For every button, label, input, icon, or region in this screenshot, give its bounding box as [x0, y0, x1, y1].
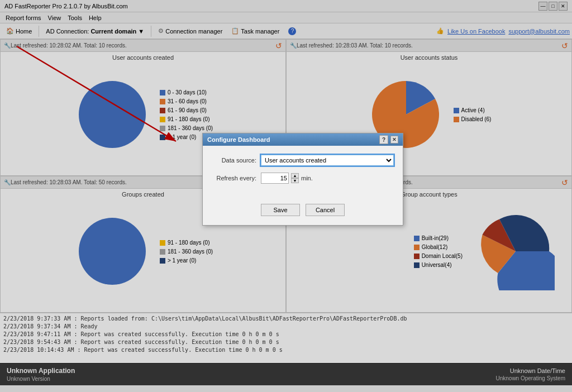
- modal-refresh-row: Refresh every: ▲ ▼ min.: [212, 173, 394, 184]
- modal-datasource-select[interactable]: User accounts created User accounts stat…: [261, 155, 394, 166]
- modal-spinner-down[interactable]: ▼: [291, 178, 299, 183]
- modal-refresh-label: Refresh every:: [212, 175, 256, 181]
- modal-close-btn[interactable]: ✕: [390, 136, 398, 144]
- modal-refresh-unit: min.: [301, 175, 313, 181]
- modal-title: Configure Dashboard: [207, 136, 270, 143]
- modal-datasource-row: Data source: User accounts created User …: [212, 155, 394, 166]
- modal-title-bar: Configure Dashboard ? ✕: [203, 133, 403, 146]
- modal-spinner: ▲ ▼: [291, 173, 299, 183]
- configure-dashboard-modal: Configure Dashboard ? ✕ Data source: Use…: [202, 133, 403, 226]
- modal-refresh-input[interactable]: [261, 173, 289, 184]
- modal-overlay: Configure Dashboard ? ✕ Data source: Use…: [0, 0, 572, 392]
- modal-body: Data source: User accounts created User …: [203, 146, 403, 199]
- modal-footer: Save Cancel: [203, 199, 403, 225]
- modal-save-button[interactable]: Save: [261, 204, 300, 216]
- modal-cancel-button[interactable]: Cancel: [306, 204, 345, 216]
- modal-help-btn[interactable]: ?: [379, 135, 388, 144]
- modal-spinner-up[interactable]: ▲: [291, 173, 299, 178]
- modal-datasource-label: Data source:: [212, 157, 256, 164]
- modal-refresh-input-group: ▲ ▼ min.: [261, 173, 394, 184]
